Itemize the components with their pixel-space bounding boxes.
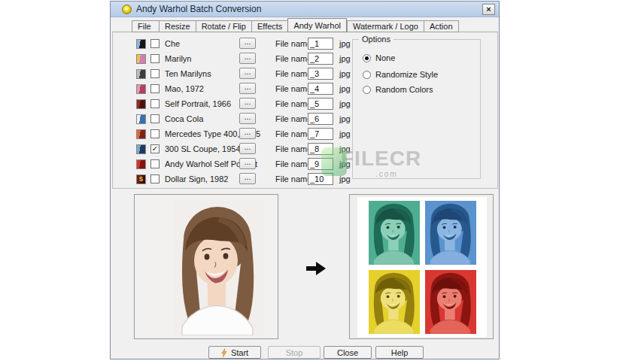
file-name-input[interactable] [308, 98, 333, 110]
radio-label: Randomize Style [375, 70, 438, 79]
radio-random-colors[interactable] [363, 86, 371, 94]
extension-label: jpg [339, 144, 351, 153]
file-name-input[interactable] [308, 113, 333, 125]
extension-label: jpg [339, 39, 351, 48]
browse-button[interactable]: ... [239, 128, 256, 139]
dialog-window: Andy Warhol Batch Conversion × FileResiz… [110, 1, 500, 359]
marilyn-thumbnail-icon [136, 54, 146, 64]
browse-button[interactable]: ... [239, 113, 256, 124]
file-name-input[interactable] [308, 83, 333, 95]
row-title: 300 SL Coupe, 1954 [165, 144, 241, 153]
browse-button[interactable]: ... [239, 143, 256, 154]
original-photo [173, 201, 263, 335]
tab-watermark-logo[interactable]: Watermark / Logo [347, 20, 424, 32]
browse-button[interactable]: ... [239, 83, 256, 94]
row-checkbox[interactable] [150, 39, 160, 48]
extension-label: jpg [339, 99, 351, 108]
file-name-input[interactable] [308, 38, 333, 50]
stop-button-label: Stop [286, 348, 303, 357]
radio-label: Random Colors [375, 85, 433, 94]
options-group: Options NoneRandomize StyleRandom Colors [352, 39, 481, 179]
coca-cola-thumbnail-icon [136, 114, 146, 124]
row-title: Mao, 1972 [165, 84, 204, 93]
row-checkbox[interactable] [150, 99, 160, 108]
row-checkbox[interactable] [150, 54, 160, 63]
mao-thumbnail-icon [136, 84, 146, 94]
tab-resize[interactable]: Resize [159, 20, 196, 32]
row-title: Che [165, 39, 180, 48]
radio-randomize-style[interactable] [363, 71, 371, 79]
stop-button[interactable]: Stop [268, 346, 321, 359]
browse-button[interactable]: ... [239, 53, 256, 64]
dollar-sign-thumbnail-icon: $ [136, 174, 146, 184]
file-name-label: File name [275, 144, 311, 153]
extension-label: jpg [339, 114, 351, 123]
ten-marilyns-thumbnail-icon [136, 69, 146, 79]
extension-label: jpg [339, 84, 351, 93]
file-name-input[interactable] [308, 158, 333, 170]
close-button[interactable]: × [482, 4, 495, 15]
browse-button[interactable]: ... [239, 38, 256, 49]
warhol-tile-red [425, 270, 476, 334]
tab-file[interactable]: File [132, 20, 159, 32]
tab-strip: FileResizeRotate / FlipEffectsAndy Warho… [132, 20, 459, 32]
browse-button[interactable]: ... [239, 98, 256, 109]
file-row: Mercedes Type 400, 1925...File namejpg [136, 126, 354, 141]
file-row: Coca Cola...File namejpg [136, 111, 354, 126]
che-thumbnail-icon [136, 39, 146, 49]
radio-none[interactable] [363, 54, 371, 62]
300-sl-coupe-thumbnail-icon [136, 144, 146, 154]
browse-button[interactable]: ... [239, 158, 256, 169]
extension-label: jpg [339, 69, 351, 78]
row-checkbox[interactable] [150, 174, 160, 184]
row-checkbox[interactable] [150, 84, 160, 93]
warhol-tile-teal [369, 201, 420, 265]
file-row: Marilyn...File namejpg [136, 51, 354, 66]
browse-button[interactable]: ... [239, 68, 256, 79]
row-title: Marilyn [165, 54, 191, 63]
row-checkbox[interactable] [150, 159, 160, 168]
tab-andy-warhol[interactable]: Andy Warhol [287, 18, 347, 32]
help-button[interactable]: Help [375, 346, 424, 359]
tab-effects[interactable]: Effects [251, 20, 287, 32]
file-name-input[interactable] [308, 173, 333, 185]
row-checkbox[interactable] [150, 129, 160, 138]
row-checkbox[interactable]: ✓ [150, 144, 160, 153]
file-name-input[interactable] [308, 143, 333, 155]
self-portrait-thumbnail-icon [136, 99, 146, 109]
file-name-input[interactable] [308, 128, 333, 140]
mercedes-400-thumbnail-icon [136, 129, 146, 139]
file-name-label: File name [275, 99, 311, 108]
extension-label: jpg [339, 174, 351, 184]
file-name-label: File name [275, 174, 311, 184]
tab-rotate-flip[interactable]: Rotate / Flip [196, 20, 251, 32]
file-row: ✓300 SL Coupe, 1954...File namejpg [136, 141, 354, 156]
row-checkbox[interactable] [150, 114, 160, 123]
file-row: Mao, 1972...File namejpg [136, 81, 354, 96]
file-name-input[interactable] [308, 53, 333, 65]
lightning-icon [221, 348, 227, 357]
extension-label: jpg [339, 54, 351, 63]
row-title: Self Portrait, 1966 [165, 99, 231, 108]
file-name-label: File name [275, 54, 311, 63]
row-checkbox[interactable] [150, 69, 160, 78]
file-name-label: File name [275, 129, 311, 138]
close-dialog-button[interactable]: Close [324, 346, 372, 359]
app-icon [122, 5, 132, 14]
file-row: Andy Warhol Self Portrait...File namejpg [136, 156, 354, 171]
file-row: Ten Marilyns...File namejpg [136, 66, 354, 81]
close-button-label: Close [337, 348, 358, 357]
option-row: Random Colors [363, 84, 433, 95]
file-name-label: File name [275, 114, 311, 123]
start-button-label: Start [231, 348, 248, 357]
start-button[interactable]: Start [208, 346, 261, 359]
file-name-label: File name [275, 84, 311, 93]
file-name-input[interactable] [308, 68, 333, 80]
warhol-tile-yellow [369, 270, 420, 334]
file-row: $Dollar Sign, 1982...File namejpg [136, 171, 354, 187]
option-row: None [363, 53, 395, 63]
warhol-tile-blue [425, 201, 476, 265]
title-bar[interactable]: Andy Warhol Batch Conversion × [111, 2, 499, 17]
tab-action[interactable]: Action [424, 20, 459, 32]
browse-button[interactable]: ... [239, 173, 256, 184]
